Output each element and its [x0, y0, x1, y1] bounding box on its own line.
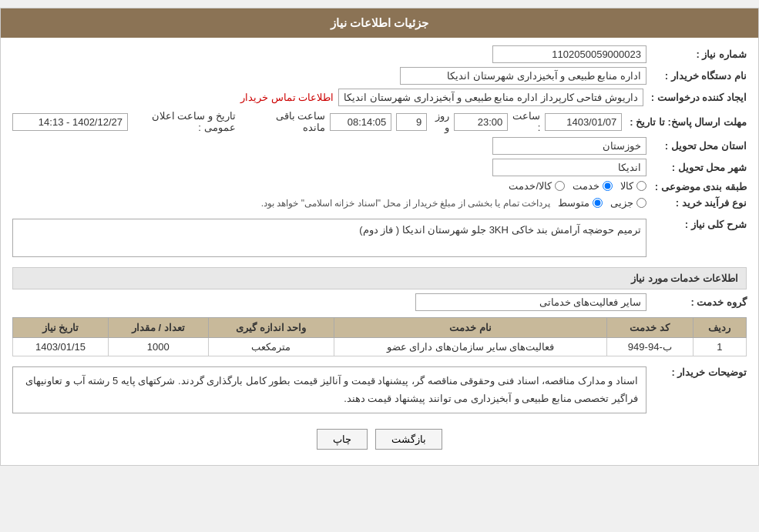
deadline-time: 23:00 — [454, 113, 508, 131]
process-label: نوع فرآیند خرید : — [646, 197, 747, 209]
radio-khedmat[interactable]: خدمت — [573, 180, 613, 192]
table-row: 1ب-94-949فعالیت‌های سایر سازمان‌های دارا… — [13, 338, 747, 356]
buyer-notes-value: اسناد و مدارک مناقصه، اسناد فنی وحقوقی م… — [12, 366, 646, 413]
buyer-notes-label: توضیحات خریدار : — [646, 363, 747, 378]
page-header: جزئیات اطلاعات نیاز — [1, 8, 758, 38]
service-group-value: سایر فعالیت‌های خدماتی — [415, 293, 646, 311]
contact-link[interactable]: اطلاعات تماس خریدار — [240, 92, 334, 103]
deadline-time-label: ساعت : — [512, 110, 540, 133]
description-label: شرح کلی نیاز : — [646, 215, 747, 230]
city-value: اندیکا — [492, 159, 646, 176]
province-value: خوزستان — [492, 137, 646, 155]
announce-label: تاریخ و ساعت اعلان عمومی : — [133, 110, 236, 133]
announce-date: 1402/12/27 - 14:13 — [12, 113, 128, 131]
print-button[interactable]: چاپ — [317, 429, 368, 450]
category-label: طبقه بندی موضوعی : — [646, 181, 747, 192]
radio-motevaset[interactable]: متوسط — [558, 197, 603, 209]
back-button[interactable]: بازگشت — [375, 429, 442, 450]
radio-jozi[interactable]: جزیی — [610, 197, 646, 209]
description-value: ترمیم حوضچه آرامش بند خاکی 3KH جلو شهرست… — [12, 219, 646, 257]
radio-kala[interactable]: کالا — [620, 180, 646, 192]
deadline-label: مهلت ارسال پاسخ: تا تاریخ : — [622, 116, 747, 128]
province-label: استان محل تحویل : — [646, 140, 747, 152]
city-label: شهر محل تحویل : — [646, 162, 747, 173]
deadline-day: 9 — [396, 113, 427, 131]
deadline-date: 1403/01/07 — [545, 113, 622, 131]
deadline-day-label: روز و — [432, 110, 449, 133]
th-name: نام خدمت — [334, 318, 607, 338]
service-group-label: گروه خدمت : — [646, 296, 747, 308]
th-unit: واحد اندازه گیری — [208, 318, 334, 338]
buyer-org-label: نام دستگاه خریدار : — [646, 70, 747, 82]
th-code: کد خدمت — [607, 318, 694, 338]
th-date: تاریخ نیاز — [13, 318, 109, 338]
creator-value: داریوش فتاحی کارپرداز اداره منابع طبیعی … — [338, 89, 643, 106]
th-row: ردیف — [693, 318, 746, 338]
header-title: جزئیات اطلاعات نیاز — [331, 16, 428, 29]
request-number-label: شماره نیاز : — [646, 49, 747, 60]
radio-kala-khedmat[interactable]: کالا/خدمت — [509, 180, 565, 192]
deadline-remain: 08:14:05 — [330, 113, 391, 131]
deadline-remain-label: ساعت باقی مانده — [264, 110, 326, 133]
th-qty: تعداد / مقدار — [108, 318, 208, 338]
request-number-value: 1102050059000023 — [492, 45, 646, 63]
buyer-org-value: اداره منابع طبیعی و آبخیزداری شهرستان ان… — [400, 67, 646, 85]
creator-label: ایجاد کننده درخواست : — [643, 92, 747, 103]
services-table: ردیف کد خدمت نام خدمت واحد اندازه گیری ت… — [12, 317, 747, 356]
services-section-header: اطلاعات خدمات مورد نیاز — [12, 267, 747, 289]
process-note: پرداخت تمام یا بخشی از مبلغ خریدار از مح… — [261, 198, 550, 209]
button-row: بازگشت چاپ — [12, 421, 747, 457]
